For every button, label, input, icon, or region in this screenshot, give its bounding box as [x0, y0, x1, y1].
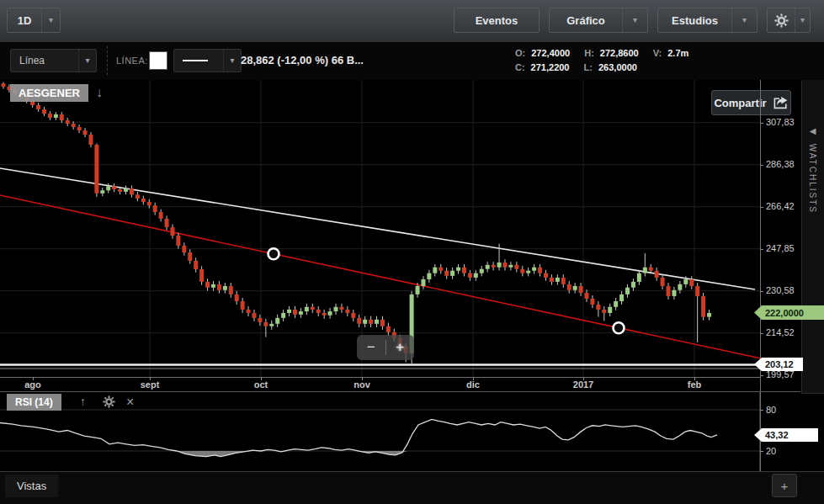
- line-style-caret[interactable]: ▾: [223, 50, 241, 72]
- collapse-left-icon: ◀: [808, 126, 817, 137]
- high-value: 272,8600: [600, 48, 647, 58]
- time-axis-label: oct: [254, 379, 268, 390]
- time-axis-label: feb: [688, 379, 702, 390]
- time-axis-label: ago: [24, 379, 41, 390]
- chevron-down-icon: ▾: [800, 16, 805, 24]
- line-style-glyph: [183, 60, 208, 61]
- settings-caret[interactable]: ▾: [795, 8, 810, 32]
- tool-dropdown-caret[interactable]: ▾: [78, 50, 96, 72]
- price-axis-line: [760, 80, 761, 471]
- line-style-dropdown[interactable]: ▾: [173, 49, 242, 72]
- linea-label: LÍNEA:: [116, 56, 148, 66]
- high-label: H:: [584, 48, 594, 58]
- chevron-down-icon: ▾: [85, 56, 89, 65]
- rsi-value-tag: 43,32: [754, 428, 818, 442]
- tool-dropdown[interactable]: Línea ▾: [10, 49, 97, 72]
- grafico-dropdown[interactable]: Gráfico ▾: [549, 8, 648, 33]
- hline-price-tag: 203,12: [754, 358, 803, 371]
- close-icon[interactable]: ×: [126, 395, 134, 410]
- chevron-down-icon: ▾: [633, 16, 637, 24]
- chevron-down-icon: ▾: [742, 16, 747, 24]
- symbol-summary: 28,862 (-12,00 %) 66 B...: [241, 54, 364, 66]
- vistas-tab[interactable]: Vistas: [5, 475, 58, 497]
- toolbar-separator: [107, 46, 109, 75]
- estudios-dropdown[interactable]: Estudios ▾: [657, 8, 758, 33]
- zoom-controls: − +: [357, 335, 414, 360]
- grafico-caret[interactable]: ▾: [622, 8, 647, 32]
- interval-dropdown[interactable]: 1D ▾: [7, 8, 61, 33]
- watchlists-label: WATCHLISTS: [808, 144, 817, 214]
- chevron-down-icon: ▾: [49, 16, 53, 24]
- move-up-icon[interactable]: ↑: [80, 395, 86, 408]
- volume-label: V:: [653, 48, 662, 58]
- bottom-bar: [0, 471, 824, 504]
- estudios-caret[interactable]: ▾: [731, 8, 757, 32]
- gear-icon[interactable]: [768, 8, 795, 32]
- time-axis-line: [0, 377, 760, 378]
- last-price-tag: 222,0000: [754, 305, 824, 320]
- open-value: 272,4000: [531, 48, 578, 58]
- top-toolbar: 1D ▾ Eventos Gráfico ▾ Estudios ▾: [0, 0, 824, 43]
- line-color-swatch[interactable]: [149, 51, 167, 70]
- interval-caret[interactable]: ▾: [41, 8, 60, 32]
- main-chart-svg[interactable]: [0, 80, 800, 377]
- rsi-top-separator: [0, 391, 800, 392]
- arrow-down-icon: ↓: [96, 85, 103, 100]
- volume-value: 2.7m: [667, 48, 688, 58]
- rsi-label[interactable]: RSI (14): [7, 394, 61, 411]
- time-axis-label: sept: [141, 379, 160, 390]
- grafico-label[interactable]: Gráfico: [550, 8, 622, 32]
- interval-value[interactable]: 1D: [8, 8, 41, 32]
- close-label: C:: [515, 62, 525, 72]
- line-style-preview[interactable]: [174, 50, 223, 72]
- estudios-label[interactable]: Estudios: [658, 8, 731, 32]
- time-axis-label: nov: [354, 379, 370, 390]
- time-axis-label: dic: [466, 379, 480, 390]
- eventos-button[interactable]: Eventos: [454, 8, 540, 33]
- ohlc-readout: O: 272,4000 H: 272,8600 V: 2.7m C: 271,2…: [515, 46, 688, 74]
- drawing-toolbar: Línea ▾ LÍNEA: ▾ 28,862 (-12,00 %) 66 B.…: [0, 42, 824, 80]
- settings-dropdown[interactable]: ▾: [767, 8, 811, 33]
- open-label: O:: [515, 48, 525, 58]
- close-value: 271,2200: [531, 62, 578, 72]
- tool-dropdown-label[interactable]: Línea: [11, 50, 78, 72]
- top-toolbar-right: Eventos Gráfico ▾ Estudios ▾: [454, 8, 811, 33]
- rsi-chart-svg[interactable]: [0, 392, 800, 471]
- watchlists-panel[interactable]: ◀ WATCHLISTS: [801, 80, 824, 394]
- chevron-down-icon: ▾: [230, 56, 234, 65]
- low-label: L:: [584, 62, 593, 72]
- watchlists-vertical-text[interactable]: ◀ WATCHLISTS: [808, 126, 817, 214]
- low-value: 263,0000: [598, 62, 646, 72]
- zoom-out-button[interactable]: −: [357, 339, 385, 356]
- add-pane-button[interactable]: +: [772, 474, 797, 497]
- time-axis-label: 2017: [573, 379, 593, 390]
- rsi-gear-icon[interactable]: [103, 395, 115, 408]
- zoom-in-button[interactable]: +: [386, 339, 415, 356]
- symbol-tag[interactable]: AESGENER: [10, 84, 88, 102]
